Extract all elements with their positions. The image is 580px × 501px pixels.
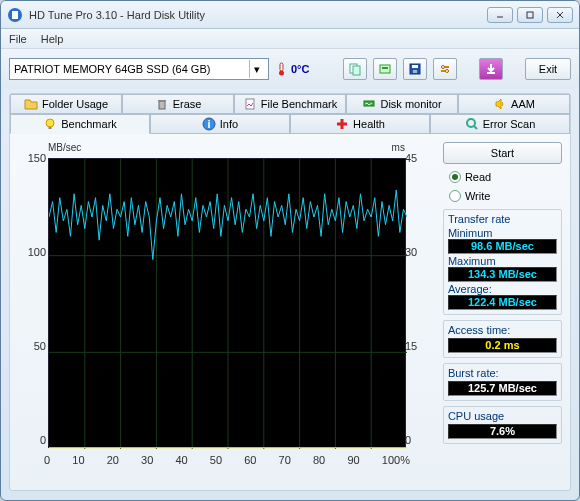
access-time-group: Access time: 0.2 ms [443, 320, 562, 358]
burst-rate-label: Burst rate: [448, 367, 557, 379]
svg-point-18 [446, 70, 449, 73]
access-time-label: Access time: [448, 324, 557, 336]
svg-text:i: i [207, 118, 210, 130]
download-button[interactable] [479, 58, 503, 80]
read-radio[interactable]: Read [443, 169, 562, 185]
bulb-icon [43, 117, 57, 131]
tab-health[interactable]: Health [290, 114, 430, 134]
chevron-down-icon: ▾ [249, 60, 264, 78]
min-label: Minimum [448, 227, 557, 239]
svg-point-30 [467, 119, 475, 127]
window-title: HD Tune Pro 3.10 - Hard Disk Utility [29, 9, 487, 21]
speaker-icon [493, 97, 507, 111]
window-controls [487, 7, 573, 23]
maximize-button[interactable] [517, 7, 543, 23]
tab-erase[interactable]: Erase [122, 94, 234, 114]
benchmark-chart [48, 158, 406, 448]
transfer-rate-title: Transfer rate [448, 213, 557, 225]
min-value: 98.6 MB/sec [448, 239, 557, 254]
tab-row-top: Folder Usage Erase File Benchmark Disk m… [10, 94, 570, 114]
cpu-usage-group: CPU usage 7.6% [443, 406, 562, 444]
svg-rect-19 [487, 72, 495, 74]
burst-rate-group: Burst rate: 125.7 MB/sec [443, 363, 562, 401]
access-time-value: 0.2 ms [448, 338, 557, 353]
cpu-usage-label: CPU usage [448, 410, 557, 422]
svg-point-17 [442, 66, 445, 69]
tab-file-benchmark[interactable]: File Benchmark [234, 94, 346, 114]
start-button[interactable]: Start [443, 142, 562, 164]
tab-aam[interactable]: AAM [458, 94, 570, 114]
file-chart-icon [243, 97, 257, 111]
copy-info-button[interactable] [343, 58, 367, 80]
svg-line-31 [474, 126, 477, 129]
svg-rect-21 [158, 100, 166, 102]
svg-point-7 [279, 71, 284, 76]
content-panel: Folder Usage Erase File Benchmark Disk m… [9, 93, 571, 491]
burst-rate-value: 125.7 MB/sec [448, 381, 557, 396]
monitor-icon [362, 97, 376, 111]
temperature-readout: 0°C [275, 62, 309, 76]
svg-rect-1 [12, 11, 18, 19]
y-axis-left-label: MB/sec [48, 142, 81, 153]
x-ticks: 0102030405060708090100% [44, 454, 410, 466]
menu-help[interactable]: Help [41, 33, 64, 45]
thermometer-icon [275, 62, 289, 76]
drive-select[interactable]: PATRIOT MEMORY 64GB SSD (64 GB) ▾ [9, 58, 269, 80]
svg-point-24 [46, 119, 54, 127]
health-icon [335, 117, 349, 131]
trash-icon [155, 97, 169, 111]
menu-file[interactable]: File [9, 33, 27, 45]
write-radio[interactable]: Write [443, 188, 562, 204]
toolbar: PATRIOT MEMORY 64GB SSD (64 GB) ▾ 0°C Ex… [1, 49, 579, 89]
radio-icon [449, 190, 461, 202]
svg-rect-20 [159, 101, 165, 109]
y-ticks-right: 4530150 [405, 152, 431, 446]
svg-rect-14 [413, 70, 417, 73]
cpu-usage-value: 7.6% [448, 424, 557, 439]
exit-button[interactable]: Exit [525, 58, 571, 80]
svg-rect-11 [382, 67, 388, 69]
tab-error-scan[interactable]: Error Scan [430, 114, 570, 134]
temperature-value: 0°C [291, 63, 309, 75]
minimize-button[interactable] [487, 7, 513, 23]
chart-svg [49, 159, 407, 449]
svg-rect-3 [527, 12, 533, 18]
titlebar: HD Tune Pro 3.10 - Hard Disk Utility [1, 1, 579, 29]
y-axis-right-label: ms [392, 142, 405, 153]
info-icon: i [202, 117, 216, 131]
tab-disk-monitor[interactable]: Disk monitor [346, 94, 458, 114]
max-value: 134.3 MB/sec [448, 267, 557, 282]
max-label: Maximum [448, 255, 557, 267]
svg-rect-13 [412, 65, 418, 68]
transfer-rate-group: Transfer rate Minimum 98.6 MB/sec Maximu… [443, 209, 562, 315]
save-button[interactable] [403, 58, 427, 80]
svg-rect-29 [337, 123, 347, 126]
magnifier-icon [465, 117, 479, 131]
tab-benchmark[interactable]: Benchmark [10, 114, 150, 134]
folder-icon [24, 97, 38, 111]
chart-area: MB/sec ms 150100500 4530150 010203040506… [18, 142, 435, 482]
svg-rect-25 [49, 127, 52, 129]
app-window: HD Tune Pro 3.10 - Hard Disk Utility Fil… [0, 0, 580, 501]
copy-screenshot-button[interactable] [373, 58, 397, 80]
options-button[interactable] [433, 58, 457, 80]
exit-label: Exit [539, 63, 557, 75]
side-panel: Start Read Write Transfer rate Minimum 9… [443, 142, 562, 481]
radio-icon [449, 171, 461, 183]
tab-row-bottom: Benchmark iInfo Health Error Scan [10, 114, 570, 134]
svg-rect-6 [280, 63, 283, 71]
avg-value: 122.4 MB/sec [448, 295, 557, 310]
tab-folder-usage[interactable]: Folder Usage [10, 94, 122, 114]
close-button[interactable] [547, 7, 573, 23]
svg-rect-9 [353, 66, 360, 75]
tab-info[interactable]: iInfo [150, 114, 290, 134]
benchmark-pane: MB/sec ms 150100500 4530150 010203040506… [10, 133, 570, 489]
menubar: File Help [1, 29, 579, 49]
app-icon [7, 7, 23, 23]
y-ticks-left: 150100500 [18, 152, 46, 446]
avg-label: Average: [448, 283, 557, 295]
drive-select-label: PATRIOT MEMORY 64GB SSD (64 GB) [14, 63, 249, 75]
